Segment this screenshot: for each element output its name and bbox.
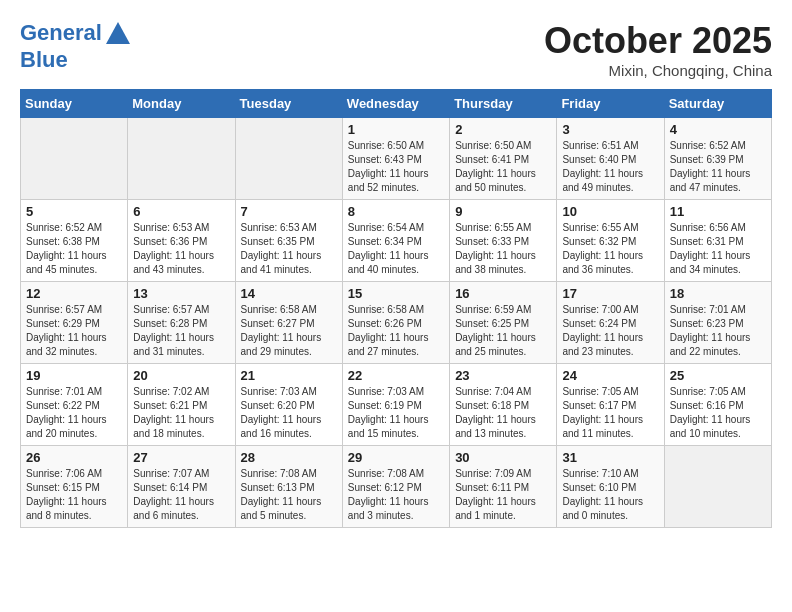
calendar-day-cell: 17Sunrise: 7:00 AMSunset: 6:24 PMDayligh…: [557, 282, 664, 364]
day-info: Sunrise: 7:08 AMSunset: 6:13 PMDaylight:…: [241, 467, 337, 523]
day-info: Sunrise: 7:02 AMSunset: 6:21 PMDaylight:…: [133, 385, 229, 441]
calendar-day-cell: 9Sunrise: 6:55 AMSunset: 6:33 PMDaylight…: [450, 200, 557, 282]
day-info: Sunrise: 7:05 AMSunset: 6:17 PMDaylight:…: [562, 385, 658, 441]
calendar-day-cell: 16Sunrise: 6:59 AMSunset: 6:25 PMDayligh…: [450, 282, 557, 364]
calendar-day-cell: [128, 118, 235, 200]
calendar-day-cell: 10Sunrise: 6:55 AMSunset: 6:32 PMDayligh…: [557, 200, 664, 282]
day-info: Sunrise: 6:53 AMSunset: 6:36 PMDaylight:…: [133, 221, 229, 277]
logo-text: General Blue: [20, 20, 132, 72]
weekday-header-monday: Monday: [128, 90, 235, 118]
calendar-day-cell: 27Sunrise: 7:07 AMSunset: 6:14 PMDayligh…: [128, 446, 235, 528]
day-info: Sunrise: 6:56 AMSunset: 6:31 PMDaylight:…: [670, 221, 766, 277]
title-block: October 2025 Mixin, Chongqing, China: [544, 20, 772, 79]
page-header: General Blue October 2025 Mixin, Chongqi…: [20, 20, 772, 79]
day-info: Sunrise: 6:57 AMSunset: 6:29 PMDaylight:…: [26, 303, 122, 359]
day-info: Sunrise: 6:58 AMSunset: 6:27 PMDaylight:…: [241, 303, 337, 359]
calendar-day-cell: 14Sunrise: 6:58 AMSunset: 6:27 PMDayligh…: [235, 282, 342, 364]
day-info: Sunrise: 7:00 AMSunset: 6:24 PMDaylight:…: [562, 303, 658, 359]
calendar-day-cell: 15Sunrise: 6:58 AMSunset: 6:26 PMDayligh…: [342, 282, 449, 364]
day-number: 16: [455, 286, 551, 301]
day-number: 26: [26, 450, 122, 465]
weekday-header-row: SundayMondayTuesdayWednesdayThursdayFrid…: [21, 90, 772, 118]
svg-marker-0: [106, 22, 130, 44]
month-title: October 2025: [544, 20, 772, 62]
day-number: 21: [241, 368, 337, 383]
day-info: Sunrise: 7:03 AMSunset: 6:19 PMDaylight:…: [348, 385, 444, 441]
calendar-day-cell: 31Sunrise: 7:10 AMSunset: 6:10 PMDayligh…: [557, 446, 664, 528]
day-info: Sunrise: 7:10 AMSunset: 6:10 PMDaylight:…: [562, 467, 658, 523]
calendar-day-cell: 8Sunrise: 6:54 AMSunset: 6:34 PMDaylight…: [342, 200, 449, 282]
calendar-day-cell: 26Sunrise: 7:06 AMSunset: 6:15 PMDayligh…: [21, 446, 128, 528]
day-info: Sunrise: 6:55 AMSunset: 6:32 PMDaylight:…: [562, 221, 658, 277]
day-number: 8: [348, 204, 444, 219]
day-number: 12: [26, 286, 122, 301]
calendar-day-cell: 3Sunrise: 6:51 AMSunset: 6:40 PMDaylight…: [557, 118, 664, 200]
day-info: Sunrise: 6:52 AMSunset: 6:38 PMDaylight:…: [26, 221, 122, 277]
calendar-day-cell: 28Sunrise: 7:08 AMSunset: 6:13 PMDayligh…: [235, 446, 342, 528]
day-number: 6: [133, 204, 229, 219]
calendar-day-cell: 2Sunrise: 6:50 AMSunset: 6:41 PMDaylight…: [450, 118, 557, 200]
calendar-day-cell: 13Sunrise: 6:57 AMSunset: 6:28 PMDayligh…: [128, 282, 235, 364]
calendar-day-cell: 19Sunrise: 7:01 AMSunset: 6:22 PMDayligh…: [21, 364, 128, 446]
day-info: Sunrise: 7:06 AMSunset: 6:15 PMDaylight:…: [26, 467, 122, 523]
day-info: Sunrise: 6:55 AMSunset: 6:33 PMDaylight:…: [455, 221, 551, 277]
calendar-week-row: 19Sunrise: 7:01 AMSunset: 6:22 PMDayligh…: [21, 364, 772, 446]
day-number: 2: [455, 122, 551, 137]
calendar-day-cell: 12Sunrise: 6:57 AMSunset: 6:29 PMDayligh…: [21, 282, 128, 364]
day-number: 27: [133, 450, 229, 465]
calendar-day-cell: 23Sunrise: 7:04 AMSunset: 6:18 PMDayligh…: [450, 364, 557, 446]
calendar-day-cell: 24Sunrise: 7:05 AMSunset: 6:17 PMDayligh…: [557, 364, 664, 446]
day-info: Sunrise: 7:08 AMSunset: 6:12 PMDaylight:…: [348, 467, 444, 523]
calendar-day-cell: 22Sunrise: 7:03 AMSunset: 6:19 PMDayligh…: [342, 364, 449, 446]
day-info: Sunrise: 6:50 AMSunset: 6:41 PMDaylight:…: [455, 139, 551, 195]
day-info: Sunrise: 7:01 AMSunset: 6:22 PMDaylight:…: [26, 385, 122, 441]
day-info: Sunrise: 7:09 AMSunset: 6:11 PMDaylight:…: [455, 467, 551, 523]
weekday-header-sunday: Sunday: [21, 90, 128, 118]
calendar-week-row: 5Sunrise: 6:52 AMSunset: 6:38 PMDaylight…: [21, 200, 772, 282]
day-info: Sunrise: 6:54 AMSunset: 6:34 PMDaylight:…: [348, 221, 444, 277]
day-number: 4: [670, 122, 766, 137]
day-number: 7: [241, 204, 337, 219]
calendar-day-cell: 7Sunrise: 6:53 AMSunset: 6:35 PMDaylight…: [235, 200, 342, 282]
calendar-day-cell: 21Sunrise: 7:03 AMSunset: 6:20 PMDayligh…: [235, 364, 342, 446]
day-number: 31: [562, 450, 658, 465]
calendar-week-row: 12Sunrise: 6:57 AMSunset: 6:29 PMDayligh…: [21, 282, 772, 364]
calendar-day-cell: 29Sunrise: 7:08 AMSunset: 6:12 PMDayligh…: [342, 446, 449, 528]
calendar-week-row: 1Sunrise: 6:50 AMSunset: 6:43 PMDaylight…: [21, 118, 772, 200]
day-number: 1: [348, 122, 444, 137]
calendar-day-cell: 30Sunrise: 7:09 AMSunset: 6:11 PMDayligh…: [450, 446, 557, 528]
day-info: Sunrise: 6:59 AMSunset: 6:25 PMDaylight:…: [455, 303, 551, 359]
day-info: Sunrise: 7:01 AMSunset: 6:23 PMDaylight:…: [670, 303, 766, 359]
day-number: 10: [562, 204, 658, 219]
calendar-day-cell: 18Sunrise: 7:01 AMSunset: 6:23 PMDayligh…: [664, 282, 771, 364]
day-number: 23: [455, 368, 551, 383]
day-number: 29: [348, 450, 444, 465]
day-number: 19: [26, 368, 122, 383]
day-number: 25: [670, 368, 766, 383]
day-number: 20: [133, 368, 229, 383]
calendar-day-cell: 4Sunrise: 6:52 AMSunset: 6:39 PMDaylight…: [664, 118, 771, 200]
day-info: Sunrise: 7:03 AMSunset: 6:20 PMDaylight:…: [241, 385, 337, 441]
day-info: Sunrise: 7:05 AMSunset: 6:16 PMDaylight:…: [670, 385, 766, 441]
day-number: 30: [455, 450, 551, 465]
day-info: Sunrise: 6:58 AMSunset: 6:26 PMDaylight:…: [348, 303, 444, 359]
weekday-header-friday: Friday: [557, 90, 664, 118]
day-number: 22: [348, 368, 444, 383]
calendar-week-row: 26Sunrise: 7:06 AMSunset: 6:15 PMDayligh…: [21, 446, 772, 528]
day-info: Sunrise: 6:50 AMSunset: 6:43 PMDaylight:…: [348, 139, 444, 195]
calendar-day-cell: 11Sunrise: 6:56 AMSunset: 6:31 PMDayligh…: [664, 200, 771, 282]
day-info: Sunrise: 6:51 AMSunset: 6:40 PMDaylight:…: [562, 139, 658, 195]
day-number: 9: [455, 204, 551, 219]
day-info: Sunrise: 7:04 AMSunset: 6:18 PMDaylight:…: [455, 385, 551, 441]
calendar-day-cell: [235, 118, 342, 200]
weekday-header-tuesday: Tuesday: [235, 90, 342, 118]
day-info: Sunrise: 6:52 AMSunset: 6:39 PMDaylight:…: [670, 139, 766, 195]
weekday-header-wednesday: Wednesday: [342, 90, 449, 118]
day-info: Sunrise: 6:57 AMSunset: 6:28 PMDaylight:…: [133, 303, 229, 359]
day-info: Sunrise: 6:53 AMSunset: 6:35 PMDaylight:…: [241, 221, 337, 277]
day-number: 3: [562, 122, 658, 137]
calendar-table: SundayMondayTuesdayWednesdayThursdayFrid…: [20, 89, 772, 528]
day-number: 18: [670, 286, 766, 301]
calendar-day-cell: 20Sunrise: 7:02 AMSunset: 6:21 PMDayligh…: [128, 364, 235, 446]
day-number: 5: [26, 204, 122, 219]
